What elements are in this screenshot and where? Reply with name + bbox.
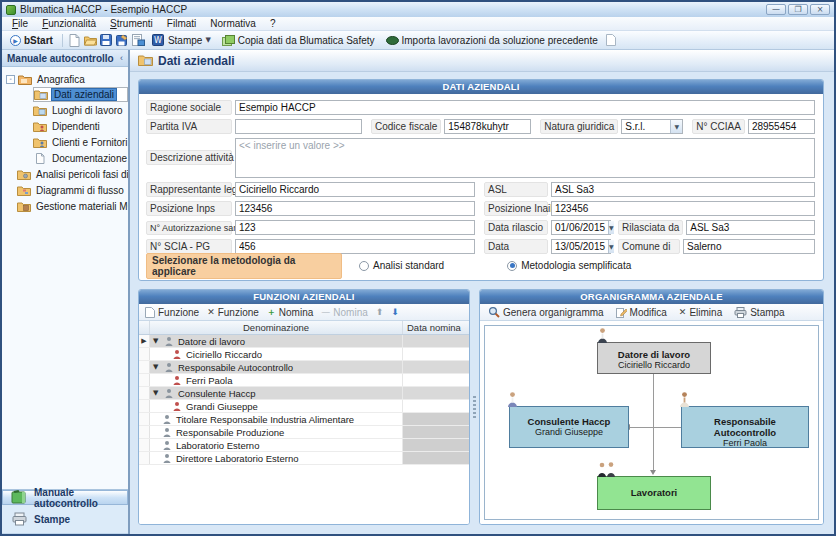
chevron-down-icon[interactable]: ▼ [153,337,161,345]
comune-field[interactable] [683,239,815,254]
chevron-down-icon[interactable]: ▼ [608,240,614,253]
chevron-down-icon[interactable]: ▼ [153,389,161,397]
tree-item-dati-aziendali[interactable]: Dati aziendali [33,87,128,102]
asl-field[interactable] [551,182,815,197]
remove-nomina-button[interactable]: — Nomina [318,307,370,318]
menu-file[interactable]: File [5,18,35,29]
role-icon [162,414,173,425]
table-row-grandi[interactable]: Grandi Giuseppe [139,400,469,413]
tree-item-analisi-pericoli[interactable]: Analisi pericoli fasi di lavoro [17,166,128,182]
column-data-nomina[interactable]: Data nomina [403,321,469,334]
export-button[interactable] [132,34,145,47]
tree-item-anagrafica[interactable]: - Anagrafica [2,71,128,87]
org-node-lavoratori[interactable]: Lavoratori [597,476,711,510]
modifica-button[interactable]: Modifica [613,307,670,318]
menu-help[interactable]: ? [263,18,283,29]
menu-filmati[interactable]: Filmati [160,18,203,29]
maximize-button[interactable]: ❐ [788,4,808,15]
table-row-datore[interactable]: ▶ ▼Datore di lavoro [139,335,469,348]
org-node-responsabile[interactable]: Responsabile Autocontrollo Ferri Paola [681,406,809,448]
copia-dati-button[interactable]: Copia dati da Blumatica Safety [218,33,379,48]
tree-item-documentazione-allegata[interactable]: Documentazione allegata [33,150,128,166]
move-down-button[interactable]: ⬇ [388,307,402,317]
save-as-button[interactable] [116,34,129,47]
menu-normativa[interactable]: Normativa [203,18,263,29]
org-chart: Datore di lavoro Ciciriello Riccardo Con… [484,325,819,520]
table-row-direttore[interactable]: Direttore Laboratorio Esterno [139,452,469,465]
panel-splitter[interactable] [470,289,479,525]
codice-fiscale-field[interactable] [444,119,531,134]
bstart-button[interactable]: ▶ bStart [6,34,57,47]
move-up-button[interactable]: ⬆ [373,307,387,317]
posizione-inail-field[interactable] [551,201,815,216]
person-icon [172,375,183,386]
folder-icon [18,74,32,85]
descrizione-label: Descrizione attività [146,150,232,165]
table-row-responsabile[interactable]: ▼Responsabile Autocontrollo [139,361,469,374]
row-selector-icon: ▶ [139,335,150,347]
rappresentante-field[interactable] [235,182,475,197]
radio-icon[interactable] [359,261,369,271]
natura-giuridica-select[interactable]: S.r.l. ▼ [621,119,683,134]
add-funzione-button[interactable]: Funzione [142,307,202,318]
elimina-button[interactable]: ✕ Elimina [676,307,725,318]
data-rilascio-select[interactable]: 01/06/2015 ▼ [551,220,611,235]
table-row-resp-produzione[interactable]: Responsabile Produzione [139,426,469,439]
tree-item-diagrammi-flusso[interactable]: Diagrammi di flusso [17,182,128,198]
role-icon [162,440,173,451]
folder-box-icon [17,201,31,212]
menu-strumenti[interactable]: Strumenti [103,18,160,29]
genera-organigramma-button[interactable]: Genera organigramma [485,306,607,318]
column-denominazione[interactable]: Denominazione [150,321,403,334]
collapse-box-icon[interactable]: - [6,75,15,84]
minimize-button[interactable]: — [766,4,786,15]
chevron-down-icon[interactable]: ▼ [608,221,614,234]
svg-text:W: W [154,36,162,45]
autorizzazione-field[interactable] [235,220,475,235]
cciaa-field[interactable] [748,119,815,134]
table-row-ferri[interactable]: Ferri Paola [139,374,469,387]
stampe-button[interactable]: W Stampe ▼ [148,33,215,48]
data-select[interactable]: 13/05/2015 ▼ [551,239,611,254]
import-icon [386,34,399,47]
chevron-down-icon[interactable]: ▼ [153,363,161,371]
open-folder-button[interactable] [84,34,97,47]
minus-icon: — [321,307,330,317]
org-node-consulente[interactable]: Consulente Haccp Grandi Giuseppe [509,406,629,448]
stampa-button[interactable]: Stampa [731,307,787,318]
nav-manuale-autocontrollo[interactable]: Manuale autocontrollo [2,490,128,505]
chevron-down-icon[interactable]: ▼ [670,120,682,133]
partita-iva-field[interactable] [235,119,362,134]
org-node-datore[interactable]: Datore di lavoro Ciciriello Riccardo [597,342,711,374]
scia-field[interactable] [235,239,475,254]
folder-icon [34,89,48,100]
collapse-icon[interactable]: ‹ [120,53,123,63]
table-row-titolare[interactable]: Titolare Responsabile Industria Alimenta… [139,413,469,426]
new-file-button[interactable] [68,34,81,47]
tree-item-clienti-fornitori[interactable]: Clienti e Fornitori [33,134,128,150]
delete-funzione-button[interactable]: ✕ Funzione [204,307,262,318]
page-icon[interactable] [605,34,618,47]
nav-stampe[interactable]: Stampe [2,505,128,534]
radio-selected-icon[interactable] [507,261,517,271]
radio-metodologia-semplificata[interactable]: Metodologia semplificata [507,260,631,271]
rilasciata-da-field[interactable] [686,220,815,235]
ragione-sociale-label: Ragione sociale [146,100,232,115]
tree-item-gestione-moca[interactable]: Gestione materiali MOCA [17,198,128,214]
descrizione-field[interactable] [235,138,815,178]
tree-item-dipendenti[interactable]: Dipendenti [33,118,128,134]
importa-lavorazioni-button[interactable]: Importa lavorazioni da soluzione precede… [382,33,602,48]
menu-funzionalita[interactable]: Funzionalità [35,18,103,29]
table-row-ciciriello[interactable]: Ciciriello Riccardo [139,348,469,361]
posizione-inps-field[interactable] [235,201,475,216]
table-row-laboratorio[interactable]: Laboratorio Esterno [139,439,469,452]
close-button[interactable]: × [810,4,830,15]
save-button[interactable] [100,34,113,47]
tree-item-luoghi-di-lavoro[interactable]: Luoghi di lavoro [33,102,128,118]
ragione-sociale-field[interactable] [235,100,815,115]
table-row-consulente[interactable]: ▼Consulente Haccp [139,387,469,400]
radio-analisi-standard[interactable]: Analisi standard [359,260,444,271]
main-area: Dati aziendali DATI AZIENDALI Ragione so… [130,50,834,534]
add-nomina-button[interactable]: ＋ Nomina [264,306,316,319]
role-icon [164,362,175,373]
